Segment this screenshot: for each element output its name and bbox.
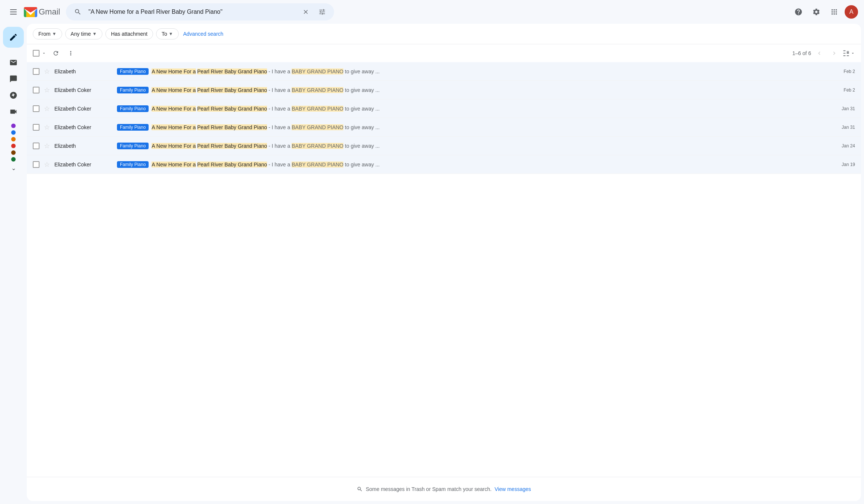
sidebar-item-spaces[interactable] [3, 88, 24, 103]
email-sender: Elizabeth [54, 68, 114, 74]
search-small-icon [357, 486, 363, 492]
label-dot-orange [11, 137, 16, 141]
hamburger-button[interactable] [6, 4, 21, 19]
star-button[interactable]: ☆ [42, 86, 51, 95]
email-subject: A New Home For a Pearl River Baby Grand … [152, 124, 379, 130]
label-dot-brown [11, 150, 16, 155]
page-count: 1–6 of 6 [792, 50, 811, 56]
header: Gmail [0, 0, 864, 24]
view-options-button[interactable] [842, 50, 855, 57]
email-content: Family Piano A New Home For a Pearl Rive… [117, 105, 839, 112]
email-sender: Elizabeth Coker [54, 87, 114, 93]
email-tag: Family Piano [117, 87, 149, 93]
more-options-button[interactable] [64, 47, 77, 60]
prev-page-button[interactable] [813, 47, 826, 60]
select-all-dropdown[interactable] [40, 47, 48, 60]
svg-rect-1 [10, 12, 17, 12]
email-tag: Family Piano [117, 68, 149, 75]
svg-rect-2 [10, 14, 17, 15]
has-attachment-label: Has attachment [111, 31, 147, 37]
from-arrow-icon: ▼ [52, 31, 57, 36]
email-date: Feb 2 [844, 87, 855, 93]
main-content: From ▼ Any time ▼ Has attachment To ▼ Ad… [27, 24, 861, 501]
email-content: Family Piano A New Home For a Pearl Rive… [117, 124, 839, 131]
email-checkbox[interactable] [33, 87, 39, 93]
email-date: Jan 24 [842, 143, 855, 149]
email-checkbox[interactable] [33, 105, 39, 112]
star-button[interactable]: ☆ [42, 123, 51, 132]
email-date: Jan 31 [842, 125, 855, 130]
to-filter[interactable]: To ▼ [156, 28, 179, 39]
label-dots [11, 124, 16, 162]
label-dot-blue [11, 130, 16, 135]
search-filter-button[interactable] [316, 6, 328, 18]
sidebar-item-chat[interactable] [3, 71, 24, 86]
settings-button[interactable] [809, 4, 824, 19]
next-page-button[interactable] [828, 47, 841, 60]
email-row[interactable]: ☆ Elizabeth Family Piano A New Home For … [27, 62, 861, 81]
filter-bar: From ▼ Any time ▼ Has attachment To ▼ Ad… [27, 24, 861, 44]
star-button[interactable]: ☆ [42, 67, 51, 76]
search-bar [66, 3, 334, 20]
select-all-container [33, 47, 48, 60]
email-checkbox[interactable] [33, 143, 39, 149]
label-dot-red [11, 144, 16, 148]
email-sender: Elizabeth Coker [54, 106, 114, 112]
email-content: Family Piano A New Home For a Pearl Rive… [117, 143, 839, 149]
select-all-checkbox[interactable] [33, 50, 39, 57]
to-label: To [162, 31, 167, 37]
svg-rect-0 [10, 9, 17, 10]
header-right: A [791, 4, 858, 19]
help-button[interactable] [791, 4, 806, 19]
email-row[interactable]: ☆ Elizabeth Coker Family Piano A New Hom… [27, 81, 861, 99]
email-checkbox[interactable] [33, 161, 39, 168]
toolbar: 1–6 of 6 [27, 44, 861, 62]
to-arrow-icon: ▼ [169, 31, 173, 36]
email-subject: A New Home For a Pearl River Baby Grand … [152, 68, 379, 74]
toolbar-left [33, 47, 77, 60]
star-button[interactable]: ☆ [42, 104, 51, 113]
account-avatar[interactable]: A [845, 5, 858, 19]
email-checkbox[interactable] [33, 124, 39, 131]
email-subject: A New Home For a Pearl River Baby Grand … [152, 143, 379, 149]
sidebar-item-meet[interactable] [3, 104, 24, 119]
email-checkbox[interactable] [33, 68, 39, 75]
email-content: Family Piano A New Home For a Pearl Rive… [117, 87, 841, 93]
compose-button[interactable] [3, 27, 24, 48]
anytime-arrow-icon: ▼ [92, 31, 97, 36]
email-tag: Family Piano [117, 124, 149, 131]
gmail-text: Gmail [39, 7, 60, 17]
advanced-search-link[interactable]: Advanced search [183, 31, 223, 37]
sidebar-more-button[interactable]: ⌄ [11, 165, 16, 172]
view-messages-link[interactable]: View messages [495, 486, 531, 492]
email-row[interactable]: ☆ Elizabeth Coker Family Piano A New Hom… [27, 118, 861, 137]
toolbar-right: 1–6 of 6 [792, 47, 855, 60]
from-filter[interactable]: From ▼ [33, 28, 62, 39]
anytime-label: Any time [71, 31, 91, 37]
from-label: From [38, 31, 51, 37]
label-dot-green [11, 157, 16, 162]
email-row[interactable]: ☆ Elizabeth Coker Family Piano A New Hom… [27, 99, 861, 118]
refresh-button[interactable] [49, 47, 63, 60]
search-input[interactable] [88, 9, 295, 15]
search-icon[interactable] [72, 6, 84, 18]
email-content: Family Piano A New Home For a Pearl Rive… [117, 161, 839, 168]
label-dot-purple [11, 124, 16, 128]
sidebar: ⌄ [0, 24, 27, 504]
email-tag: Family Piano [117, 105, 149, 112]
email-tag: Family Piano [117, 161, 149, 168]
clear-search-button[interactable] [300, 6, 312, 18]
anytime-filter[interactable]: Any time ▼ [65, 28, 102, 39]
sidebar-item-mail[interactable] [3, 55, 24, 70]
email-row[interactable]: ☆ Elizabeth Family Piano A New Home For … [27, 137, 861, 155]
email-subject: A New Home For a Pearl River Baby Grand … [152, 87, 379, 93]
has-attachment-filter[interactable]: Has attachment [105, 28, 153, 39]
email-tag: Family Piano [117, 143, 149, 149]
star-button[interactable]: ☆ [42, 141, 51, 150]
email-date: Feb 2 [844, 69, 855, 74]
apps-button[interactable] [827, 4, 842, 19]
trash-message: Some messages in Trash or Spam match you… [27, 477, 861, 501]
star-button[interactable]: ☆ [42, 160, 51, 169]
email-content: Family Piano A New Home For a Pearl Rive… [117, 68, 841, 75]
email-row[interactable]: ☆ Elizabeth Coker Family Piano A New Hom… [27, 155, 861, 174]
